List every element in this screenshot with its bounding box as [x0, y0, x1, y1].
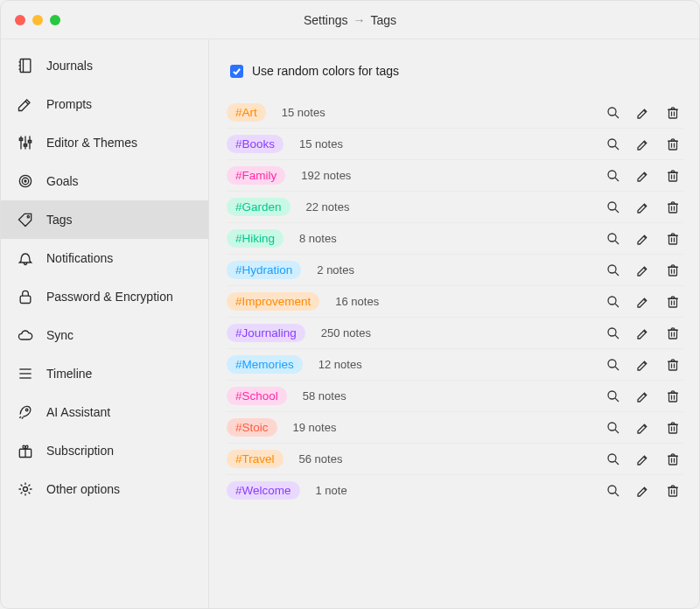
- tag-actions: [605, 451, 682, 468]
- tag-count: 19 notes: [293, 421, 337, 434]
- tag-actions: [605, 388, 682, 405]
- sidebar-item-prompts[interactable]: Prompts: [1, 85, 208, 123]
- edit-icon[interactable]: [634, 199, 652, 216]
- sidebar-item-goals[interactable]: Goals: [1, 162, 208, 200]
- tag-pill[interactable]: #Improvement: [227, 292, 319, 311]
- edit-icon[interactable]: [634, 451, 652, 468]
- close-icon[interactable]: [15, 15, 25, 25]
- tag-pill[interactable]: #Journaling: [227, 324, 305, 342]
- trash-icon[interactable]: [664, 325, 682, 342]
- tag-pill[interactable]: #Books: [227, 135, 284, 153]
- sidebar-item-notifications[interactable]: Notifications: [1, 239, 208, 277]
- tag-row: #Stoic19 notes: [227, 412, 683, 444]
- sidebar-item-label: Subscription: [46, 444, 114, 458]
- edit-icon[interactable]: [634, 325, 652, 342]
- tag-icon: [17, 211, 34, 228]
- sidebar-item-other-options[interactable]: Other options: [1, 470, 208, 508]
- sidebar-item-label: AI Assistant: [46, 405, 110, 419]
- option-random-colors[interactable]: Use random colors for tags: [227, 60, 683, 97]
- tag-count: 22 notes: [306, 200, 350, 214]
- search-icon[interactable]: [605, 451, 622, 468]
- tag-pill[interactable]: #Family: [227, 166, 285, 185]
- edit-icon[interactable]: [634, 136, 652, 153]
- tag-actions: [605, 356, 682, 374]
- tag-actions: [605, 293, 682, 311]
- trash-icon[interactable]: [664, 451, 682, 468]
- search-icon[interactable]: [605, 230, 622, 248]
- tag-row: #Journaling250 notes: [227, 318, 683, 349]
- trash-icon[interactable]: [664, 199, 682, 216]
- search-icon[interactable]: [605, 262, 622, 279]
- search-icon[interactable]: [605, 419, 622, 437]
- trash-icon[interactable]: [664, 104, 682, 122]
- tag-count: 12 notes: [318, 358, 362, 371]
- tag-count: 15 notes: [299, 137, 343, 150]
- tag-pill[interactable]: #Hydration: [227, 261, 301, 279]
- search-icon[interactable]: [605, 104, 622, 122]
- lock-icon: [17, 288, 34, 305]
- trash-icon[interactable]: [664, 356, 682, 374]
- edit-icon[interactable]: [634, 230, 652, 248]
- tag-actions: [605, 325, 682, 342]
- sidebar-item-label: Goals: [46, 174, 79, 188]
- edit-icon[interactable]: [634, 293, 652, 311]
- edit-icon[interactable]: [634, 356, 652, 374]
- search-icon[interactable]: [605, 167, 622, 185]
- edit-icon[interactable]: [634, 262, 652, 279]
- trash-icon[interactable]: [664, 419, 682, 437]
- tag-actions: [605, 104, 682, 122]
- sidebar-item-label: Sync: [46, 328, 74, 342]
- window-controls: [15, 15, 60, 25]
- title-left: Settings: [304, 13, 348, 27]
- checkbox-icon[interactable]: [230, 65, 243, 78]
- edit-icon[interactable]: [634, 388, 652, 405]
- sidebar-item-journals[interactable]: Journals: [1, 46, 208, 85]
- trash-icon[interactable]: [664, 136, 682, 153]
- trash-icon[interactable]: [664, 388, 682, 405]
- rocket-icon: [17, 403, 34, 421]
- search-icon[interactable]: [605, 388, 622, 405]
- search-icon[interactable]: [605, 482, 622, 500]
- search-icon[interactable]: [605, 356, 622, 374]
- sidebar-item-tags[interactable]: Tags: [1, 200, 208, 239]
- edit-icon[interactable]: [634, 482, 652, 500]
- sidebar-item-editor-themes[interactable]: Editor & Themes: [1, 123, 208, 162]
- sidebar-item-timeline[interactable]: Timeline: [1, 354, 208, 393]
- trash-icon[interactable]: [664, 230, 682, 248]
- search-icon[interactable]: [605, 199, 622, 216]
- trash-icon[interactable]: [664, 167, 682, 185]
- search-icon[interactable]: [605, 136, 622, 153]
- sidebar-item-label: Password & Encryption: [46, 290, 173, 304]
- edit-icon[interactable]: [634, 167, 652, 185]
- tag-pill[interactable]: #Garden: [227, 198, 290, 216]
- tag-pill[interactable]: #Stoic: [227, 418, 277, 437]
- tag-pill[interactable]: #Art: [227, 103, 266, 122]
- zoom-icon[interactable]: [50, 15, 60, 25]
- tag-row: #Hiking8 notes: [227, 223, 683, 255]
- sidebar-item-sync[interactable]: Sync: [1, 316, 208, 354]
- sidebar-item-ai-assistant[interactable]: AI Assistant: [1, 393, 208, 431]
- pencil-icon: [17, 95, 34, 113]
- tag-pill[interactable]: #Welcome: [227, 481, 300, 500]
- tag-count: 58 notes: [303, 389, 346, 402]
- sidebar-item-label: Journals: [46, 59, 93, 73]
- sidebar-item-password-encryption[interactable]: Password & Encryption: [1, 277, 208, 316]
- tag-count: 250 notes: [321, 326, 371, 340]
- search-icon[interactable]: [605, 325, 622, 342]
- timeline-icon: [17, 365, 34, 382]
- trash-icon[interactable]: [664, 262, 682, 279]
- search-icon[interactable]: [605, 293, 622, 311]
- tag-row: #Art15 notes: [227, 97, 683, 129]
- minimize-icon[interactable]: [32, 15, 43, 25]
- target-icon: [17, 172, 34, 190]
- tag-pill[interactable]: #Travel: [227, 450, 284, 468]
- sidebar-item-label: Timeline: [46, 367, 92, 381]
- trash-icon[interactable]: [664, 482, 682, 500]
- tag-pill[interactable]: #Hiking: [227, 229, 284, 248]
- sidebar-item-subscription[interactable]: Subscription: [1, 431, 208, 470]
- tag-pill[interactable]: #School: [227, 387, 287, 405]
- trash-icon[interactable]: [664, 293, 682, 311]
- edit-icon[interactable]: [634, 419, 652, 437]
- edit-icon[interactable]: [634, 104, 652, 122]
- tag-pill[interactable]: #Memories: [227, 355, 303, 374]
